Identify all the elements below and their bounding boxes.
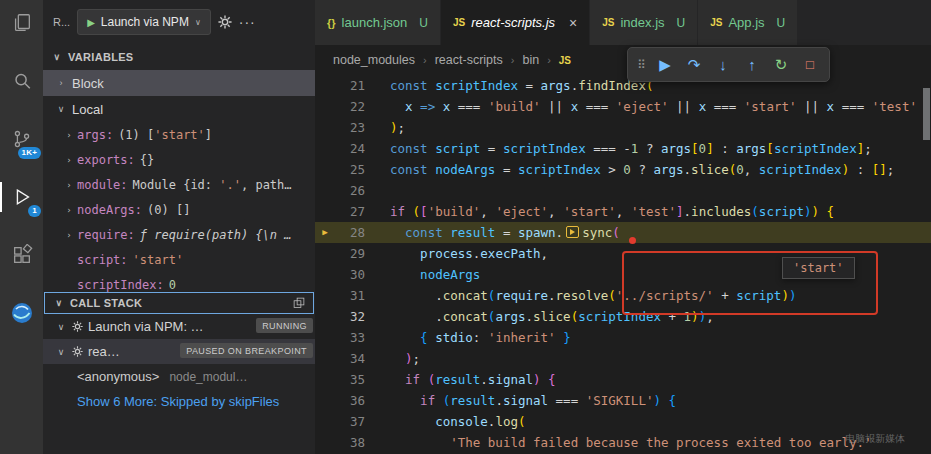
- chevron-right-icon[interactable]: ›: [63, 130, 75, 140]
- more-actions-icon[interactable]: ···: [239, 14, 256, 30]
- gutter[interactable]: 25: [315, 159, 390, 180]
- gutter[interactable]: 37: [315, 411, 390, 432]
- gear-icon[interactable]: [218, 15, 232, 29]
- line-number[interactable]: 32: [335, 306, 365, 327]
- chevron-right-icon[interactable]: ›: [55, 78, 67, 88]
- code-text[interactable]: const script = scriptIndex === -1 ? args…: [390, 138, 872, 159]
- variable-row[interactable]: script:'start': [43, 247, 315, 272]
- line-number[interactable]: 37: [335, 411, 365, 432]
- step-into-button[interactable]: ↓: [710, 52, 736, 78]
- show-more-link[interactable]: Show 6 More: Skipped by skipFiles: [43, 389, 315, 414]
- gutter[interactable]: 27: [315, 201, 390, 222]
- browser-icon[interactable]: [0, 296, 43, 330]
- call-stack-session[interactable]: ∨Launch via NPM: …RUNNING: [43, 314, 315, 339]
- scope-local[interactable]: ∨ Local: [43, 96, 315, 122]
- close-icon[interactable]: ×: [569, 15, 577, 31]
- code-text[interactable]: x => x === 'build' || x === 'eject' || x…: [390, 96, 917, 117]
- gutter[interactable]: 38: [315, 432, 390, 453]
- line-number[interactable]: 27: [335, 201, 365, 222]
- variable-row[interactable]: ›require:ƒ require(path) {\n …: [43, 222, 315, 247]
- line-number[interactable]: 29: [335, 243, 365, 264]
- step-out-button[interactable]: ↑: [739, 52, 765, 78]
- breadcrumb-item[interactable]: node_modules: [333, 53, 415, 67]
- code-text[interactable]: 'The build failed because the process ex…: [390, 432, 872, 453]
- code-text[interactable]: );: [390, 348, 420, 369]
- gutter[interactable]: 23: [315, 117, 390, 138]
- chevron-down-icon[interactable]: ∨: [55, 322, 67, 332]
- start-debug-icon[interactable]: ▶: [87, 17, 95, 28]
- line-number[interactable]: 24: [335, 138, 365, 159]
- gutter[interactable]: 30: [315, 264, 390, 285]
- copy-call-stack-icon[interactable]: [293, 297, 305, 309]
- search-icon[interactable]: [0, 64, 43, 98]
- restart-button[interactable]: ↻: [768, 52, 794, 78]
- breadcrumb-item[interactable]: react-scripts: [435, 53, 503, 67]
- gutter[interactable]: 21: [315, 75, 390, 96]
- call-stack-session[interactable]: ∨rea…PAUSED ON BREAKPOINT: [43, 339, 315, 364]
- code-text[interactable]: );: [390, 117, 405, 138]
- gutter[interactable]: 22: [315, 96, 390, 117]
- line-number[interactable]: 33: [335, 327, 365, 348]
- line-number[interactable]: 21: [335, 75, 365, 96]
- code-text[interactable]: const scriptIndex = args.findIndex(: [390, 75, 653, 96]
- gutter[interactable]: 35: [315, 369, 390, 390]
- chevron-right-icon[interactable]: ›: [63, 180, 75, 190]
- tab-launch.json[interactable]: {}launch.jsonU: [315, 0, 441, 45]
- code-text[interactable]: if (result.signal) {: [390, 369, 556, 390]
- tab-App.js[interactable]: JSApp.jsU: [698, 0, 798, 45]
- variable-row[interactable]: ›nodeArgs:(0) []: [43, 197, 315, 222]
- code-text[interactable]: .concat(require.resolve('../scripts/' + …: [390, 285, 796, 306]
- chevron-right-icon[interactable]: ›: [63, 230, 75, 240]
- stop-button[interactable]: □: [797, 52, 823, 78]
- variable-row[interactable]: ›args:(1) ['start']: [43, 122, 315, 147]
- stack-frame[interactable]: <anonymous>node_modul…: [43, 364, 315, 389]
- line-number[interactable]: 30: [335, 264, 365, 285]
- step-over-button[interactable]: ↷: [681, 52, 707, 78]
- code-text[interactable]: const nodeArgs = scriptIndex > 0 ? args.…: [390, 159, 894, 180]
- code-text[interactable]: if (result.signal === 'SIGKILL') {: [390, 390, 676, 411]
- variable-row[interactable]: scriptIndex:0: [43, 272, 315, 292]
- gutter[interactable]: 26: [315, 180, 390, 201]
- gutter[interactable]: 24: [315, 138, 390, 159]
- tab-index.js[interactable]: JSindex.jsU: [590, 0, 698, 45]
- chevron-right-icon[interactable]: ›: [63, 205, 75, 215]
- scope-block[interactable]: › Block: [43, 70, 315, 96]
- extensions-icon[interactable]: [0, 238, 43, 272]
- line-number[interactable]: 36: [335, 390, 365, 411]
- tab-react-scripts.js[interactable]: JSreact-scripts.js×: [441, 0, 590, 45]
- continue-button[interactable]: ▶: [652, 52, 678, 78]
- gutter[interactable]: 36: [315, 390, 390, 411]
- variable-row[interactable]: ›exports:{}: [43, 147, 315, 172]
- drag-handle[interactable]: ⠿: [634, 52, 649, 78]
- call-stack-section-header[interactable]: ∨ CALL STACK: [44, 292, 314, 314]
- gutter[interactable]: 33: [315, 327, 390, 348]
- gutter[interactable]: 31: [315, 285, 390, 306]
- code-text[interactable]: process.execPath,: [390, 243, 548, 264]
- code-text[interactable]: console.log(: [390, 411, 525, 432]
- line-number[interactable]: 38: [335, 432, 365, 453]
- chevron-right-icon[interactable]: ›: [63, 155, 75, 165]
- line-number[interactable]: 23: [335, 117, 365, 138]
- line-number[interactable]: 25: [335, 159, 365, 180]
- explorer-icon[interactable]: [0, 6, 43, 40]
- code-text[interactable]: { stdio: 'inherit' }: [390, 327, 571, 348]
- gutter[interactable]: 34: [315, 348, 390, 369]
- line-number[interactable]: 31: [335, 285, 365, 306]
- source-control-icon[interactable]: 1K+: [0, 122, 43, 156]
- code-text[interactable]: nodeArgs: [390, 264, 480, 285]
- line-number[interactable]: 22: [335, 96, 365, 117]
- line-number[interactable]: 35: [335, 369, 365, 390]
- scrollbar-thumb[interactable]: [923, 88, 930, 140]
- launch-config-button[interactable]: ▶ Launch via NPM ∨: [77, 9, 211, 35]
- run-debug-icon[interactable]: 1: [0, 180, 43, 214]
- gutter[interactable]: 32: [315, 306, 390, 327]
- breadcrumb-item[interactable]: bin: [522, 53, 539, 67]
- gutter[interactable]: ▶28: [315, 222, 390, 243]
- code-text[interactable]: .concat(args.slice(scriptIndex + 1)),: [390, 306, 714, 327]
- code-text[interactable]: if (['build', 'eject', 'start', 'test'].…: [390, 201, 834, 222]
- line-number[interactable]: 28: [335, 222, 365, 243]
- line-number[interactable]: 26: [335, 180, 365, 201]
- gutter[interactable]: 29: [315, 243, 390, 264]
- line-number[interactable]: 34: [335, 348, 365, 369]
- code-text[interactable]: const result = spawn.sync(: [390, 222, 620, 243]
